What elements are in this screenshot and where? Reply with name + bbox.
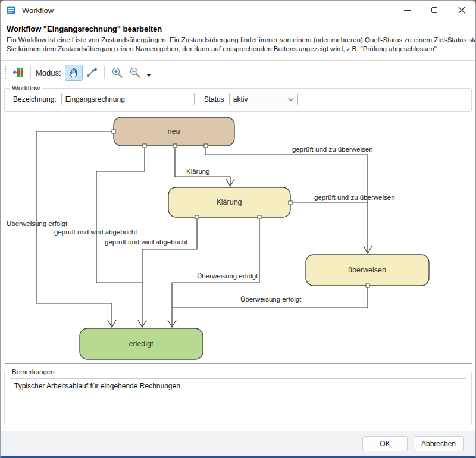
workflow-groupbox: Workflow Bezeichnung: Status aktiv	[4, 84, 472, 112]
transition-label[interactable]: geprüft und wird abgebucht	[54, 228, 137, 236]
transition-label[interactable]: Klärung	[186, 168, 210, 175]
minimize-button[interactable]	[393, 1, 421, 20]
toolbar-separator	[104, 66, 105, 79]
state-label: neu	[168, 127, 180, 136]
pan-mode-button[interactable]	[65, 65, 83, 81]
toolbar-separator	[30, 66, 31, 79]
zoom-in-icon	[111, 67, 123, 79]
chevron-down-icon	[288, 98, 294, 101]
state-label: erledigt	[129, 340, 154, 348]
window-title: Workflow	[22, 6, 54, 15]
connection-point[interactable]	[173, 144, 177, 148]
connection-point[interactable]	[112, 130, 115, 133]
status-selected-value: aktiv	[233, 95, 248, 103]
transition-label[interactable]: Überweisung erfolgt	[7, 220, 68, 227]
transition-label[interactable]: geprüft und zu überweisen	[314, 194, 395, 201]
maximize-button[interactable]	[421, 1, 448, 20]
connection-point[interactable]	[143, 144, 146, 148]
state-node-ueberweisen[interactable]: überweisen	[306, 255, 429, 286]
header: Workflow "Eingangsrechnung" bearbeiten E…	[1, 20, 475, 61]
zoom-menu-caret-icon[interactable]	[146, 74, 151, 77]
connection-point[interactable]	[258, 215, 261, 219]
modus-label: Modus:	[36, 68, 61, 77]
state-node-erledigt[interactable]: erledigt	[80, 328, 203, 359]
toolbar-grip[interactable]	[5, 66, 6, 79]
ok-button[interactable]: OK	[362, 436, 408, 451]
connection-point[interactable]	[366, 284, 369, 287]
connection-point[interactable]	[204, 144, 208, 148]
titlebar: Workflow	[1, 1, 475, 20]
connection-point[interactable]	[195, 215, 199, 219]
workflow-grid-button[interactable]	[9, 65, 27, 81]
add-transition-mode-button[interactable]	[83, 65, 101, 81]
pan-hand-icon	[68, 67, 80, 79]
bemerkungen-legend: Bemerkungen	[10, 368, 57, 375]
workflow-group-legend: Workflow	[10, 84, 42, 92]
transition-edge-neu-klaerung[interactable]	[175, 146, 230, 186]
close-button[interactable]	[448, 1, 475, 20]
transition-label[interactable]: Überweisung erfolgt	[240, 296, 302, 303]
bemerkungen-textarea[interactable]: Typischer Arbeitsablauf für eingehende R…	[10, 378, 466, 415]
close-icon	[458, 7, 465, 14]
status-label: Status	[204, 95, 224, 103]
toolbar: Modus:	[1, 61, 475, 84]
workflow-diagram-canvas[interactable]: neu Klärung überweisen erledigt	[5, 114, 472, 364]
state-node-neu[interactable]: neu	[114, 117, 234, 146]
workflow-dialog: Workflow Workflow "Eingangsrechnung" bea…	[0, 0, 476, 458]
maximize-icon	[431, 7, 437, 13]
description-line-2: Sie können dem Zustandsübergang einen Na…	[7, 45, 469, 54]
bezeichnung-input[interactable]	[61, 93, 195, 105]
zoom-in-button[interactable]	[108, 65, 126, 81]
transition-label[interactable]: Überweisung erfolgt	[197, 272, 258, 280]
status-select[interactable]: aktiv	[229, 93, 298, 105]
zoom-out-button[interactable]	[126, 65, 144, 81]
state-node-klaerung[interactable]: Klärung	[168, 187, 290, 217]
cancel-button[interactable]: Abbrechen	[414, 436, 464, 451]
transition-label[interactable]: geprüft und wird abgebucht	[105, 239, 188, 246]
bemerkungen-groupbox: Bemerkungen Typischer Arbeitsablauf für …	[4, 368, 472, 425]
dialog-footer: OK Abbrechen	[1, 431, 475, 456]
connection-point[interactable]	[289, 201, 292, 205]
workflow-app-icon	[6, 5, 16, 15]
transition-edge-klaerung-erledigt[interactable]	[142, 217, 197, 327]
transition-edge-neu-erledigt-mitte[interactable]	[96, 146, 145, 283]
state-label: überweisen	[348, 266, 386, 274]
add-transition-icon	[86, 67, 98, 79]
page-title: Workflow "Eingangsrechnung" bearbeiten	[7, 24, 469, 33]
state-label: Klärung	[216, 198, 242, 206]
minimize-icon	[404, 10, 411, 11]
transition-label[interactable]: geprüft und zu überweisen	[292, 146, 373, 153]
description-line-1: Ein Workflow ist eine Liste von Zustands…	[7, 36, 469, 45]
zoom-out-icon	[129, 67, 141, 79]
workflow-grid-icon	[12, 67, 24, 78]
bezeichnung-label: Bezeichnung:	[13, 95, 57, 103]
